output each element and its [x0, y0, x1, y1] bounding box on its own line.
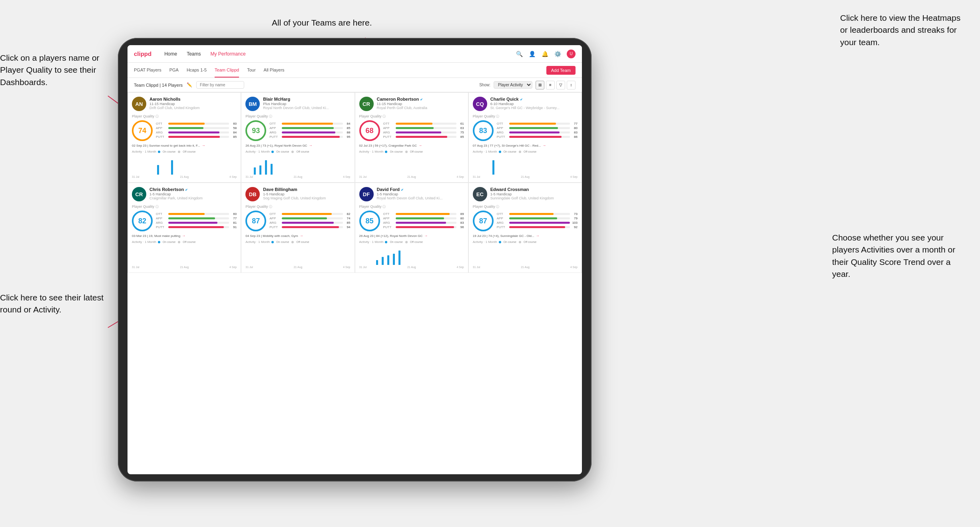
- quality-circle[interactable]: 93: [245, 120, 266, 141]
- player-card[interactable]: BM Blair McHarg Plus Handicap Royal Nort…: [241, 92, 355, 183]
- latest-round[interactable]: 02 Jul 23 | 59 (+17), Craigmillar Park G…: [359, 143, 464, 147]
- settings-icon[interactable]: ⚙️: [554, 50, 561, 58]
- latest-round[interactable]: 26 Aug 23 | 84 (+12), Royal North Devon …: [359, 234, 464, 238]
- activity-chart: [245, 155, 350, 175]
- player-header: EC Edward Crossman 1-5 Handicap Sunningd…: [473, 187, 578, 201]
- quality-label: Player Quality ⓘ: [245, 114, 350, 119]
- player-name[interactable]: David Ford ✔: [377, 187, 464, 192]
- player-card[interactable]: CR Cameron Robertson ✔ 11-15 Handicap Ro…: [355, 92, 468, 183]
- player-name[interactable]: Dave Billingham: [263, 187, 350, 192]
- quality-label: Player Quality ⓘ: [473, 114, 578, 119]
- bell-icon[interactable]: 🔔: [541, 50, 548, 58]
- quality-circle[interactable]: 74: [132, 120, 153, 141]
- player-card[interactable]: DF David Ford ✔ 1-5 Handicap Royal North…: [355, 183, 468, 273]
- show-select[interactable]: Player Activity: [494, 81, 532, 89]
- add-team-button[interactable]: Add Team: [546, 66, 576, 75]
- player-header: DF David Ford ✔ 1-5 Handicap Royal North…: [359, 187, 464, 201]
- user-avatar[interactable]: U: [567, 50, 576, 58]
- latest-round[interactable]: 04 Sep 23 | Mobility with coach, Gym →: [245, 234, 350, 238]
- player-handicap: 1-5 Handicap: [490, 192, 578, 196]
- chart-dates: 31 Jul 21 Aug 4 Sep: [132, 266, 237, 268]
- chart-dates: 31 Jul 21 Aug 4 Sep: [245, 266, 350, 268]
- stats-grid: OTT77 APP80 ARG83 PUTT86: [497, 122, 578, 139]
- player-header: AN Aaron Nicholls 11-15 Handicap Drift G…: [132, 97, 237, 111]
- quality-section: 87 OTT82 APP74 ARG85 PUTT94: [245, 211, 350, 231]
- tab-pga[interactable]: PGA: [169, 63, 179, 78]
- grid-view-button[interactable]: ⊞: [536, 81, 544, 89]
- avatar: BM: [245, 97, 260, 111]
- list-view-button[interactable]: ≡: [546, 81, 555, 89]
- player-handicap: 11-15 Handicap: [377, 102, 464, 106]
- latest-round[interactable]: 07 Aug 23 | 77 (+7), St George's Hill GC…: [473, 143, 578, 147]
- teams-annotation: All of your Teams are here.: [272, 17, 372, 29]
- player-header: DB Dave Billingham 1-5 Handicap Sog Magi…: [245, 187, 350, 201]
- player-card[interactable]: CQ Charlie Quick ✔ 6-10 Handicap St. Geo…: [468, 92, 582, 183]
- avatar: CR: [359, 97, 374, 111]
- nav-my-performance[interactable]: My Performance: [211, 51, 246, 57]
- activity-section: Activity · 1 Month On course Off course …: [245, 240, 350, 268]
- tab-pgat-players[interactable]: PGAT Players: [134, 63, 161, 78]
- avatar: DF: [359, 187, 374, 201]
- search-icon[interactable]: 🔍: [516, 50, 523, 58]
- player-name[interactable]: Edward Crossman: [490, 187, 578, 192]
- player-name[interactable]: Cameron Robertson ✔: [377, 97, 464, 101]
- person-icon[interactable]: 👤: [528, 50, 536, 58]
- player-name[interactable]: Blair McHarg: [263, 97, 350, 101]
- quality-section: 85 OTT89 APP80 ARG83 PUTT96: [359, 211, 464, 231]
- ipad-screen: clippd Home Teams My Performance 🔍 👤 🔔 ⚙…: [127, 45, 582, 474]
- quality-section: 83 OTT77 APP80 ARG83 PUTT86: [473, 120, 578, 141]
- quality-circle[interactable]: 87: [245, 211, 266, 231]
- latest-round[interactable]: 03 Mar 23 | 19, Must make putting →: [132, 234, 237, 238]
- latest-round[interactable]: 26 Aug 23 | 73 (+1), Royal North Devon G…: [245, 143, 350, 147]
- player-club: Craigmillar Park, United Kingdom: [149, 196, 237, 200]
- player-handicap: Plus Handicap: [263, 102, 350, 106]
- tab-tour[interactable]: Tour: [247, 63, 255, 78]
- quality-label: Player Quality ⓘ: [132, 205, 237, 209]
- tab-hcaps[interactable]: Hcaps 1-5: [187, 63, 207, 78]
- quality-section: 68 OTT61 APP63 ARG75 PUTT85: [359, 120, 464, 141]
- player-card[interactable]: DB Dave Billingham 1-5 Handicap Sog Magi…: [241, 183, 355, 273]
- player-card[interactable]: CR Chris Robertson ✔ 1-5 Handicap Craigm…: [127, 183, 241, 273]
- activity-section: Activity · 1 Month On course Off course …: [245, 150, 350, 178]
- latest-round[interactable]: 19 Jul 23 | 74 (+4), Sunningdale GC - Ol…: [473, 234, 578, 238]
- player-club: Sunningdale Golf Club, United Kingdom: [490, 196, 578, 200]
- players-name-annotation: Click on a players name or Player Qualit…: [0, 52, 108, 88]
- quality-circle[interactable]: 82: [132, 211, 153, 231]
- activity-chart: [132, 155, 237, 175]
- nav-teams[interactable]: Teams: [187, 51, 201, 57]
- player-name[interactable]: Chris Robertson ✔: [149, 187, 237, 192]
- activity-section: Activity · 1 Month On course Off course …: [359, 150, 464, 178]
- tab-all-players[interactable]: All Players: [264, 63, 285, 78]
- quality-circle[interactable]: 68: [359, 120, 380, 141]
- chart-dates: 31 Jul 21 Aug 4 Sep: [473, 175, 578, 178]
- activity-chart: [473, 155, 578, 175]
- chart-dates: 31 Jul 21 Aug 4 Sep: [359, 266, 464, 268]
- quality-circle[interactable]: 83: [473, 120, 494, 141]
- latest-round[interactable]: 02 Sep 23 | Sunrise round to get back in…: [132, 143, 237, 147]
- player-card[interactable]: AN Aaron Nicholls 11-15 Handicap Drift G…: [127, 92, 241, 183]
- sort-button[interactable]: ↕: [567, 81, 576, 89]
- activity-section: Activity · 1 Month On course Off course …: [132, 240, 237, 268]
- nav-home[interactable]: Home: [164, 51, 177, 57]
- activity-section: Activity · 1 Month On course Off course …: [132, 150, 237, 178]
- quality-circle[interactable]: 87: [473, 211, 494, 231]
- player-card[interactable]: EC Edward Crossman 1-5 Handicap Sunningd…: [468, 183, 582, 273]
- player-handicap: 1-5 Handicap: [377, 192, 464, 196]
- avatar: DB: [245, 187, 260, 201]
- quality-circle[interactable]: 85: [359, 211, 380, 231]
- player-handicap: 1-5 Handicap: [263, 192, 350, 196]
- heatmaps-annotation: Click here to view the Heatmaps or leade…: [840, 12, 968, 48]
- filter-button[interactable]: ▽: [556, 81, 565, 89]
- edit-icon[interactable]: ✏️: [187, 82, 192, 88]
- latest-round-annotation: Click here to see their latest round or …: [0, 292, 112, 316]
- quality-label: Player Quality ⓘ: [245, 205, 350, 209]
- player-name[interactable]: Charlie Quick ✔: [490, 97, 578, 101]
- player-header: CQ Charlie Quick ✔ 6-10 Handicap St. Geo…: [473, 97, 578, 111]
- player-name[interactable]: Aaron Nicholls: [149, 97, 237, 101]
- avatar: AN: [132, 97, 146, 111]
- avatar: CQ: [473, 97, 487, 111]
- player-club: Royal Perth Golf Club, Australia: [377, 106, 464, 110]
- stats-grid: OTT89 APP80 ARG83 PUTT96: [383, 212, 464, 230]
- search-input[interactable]: [196, 81, 244, 89]
- tab-team-clippd[interactable]: Team Clippd: [215, 63, 239, 78]
